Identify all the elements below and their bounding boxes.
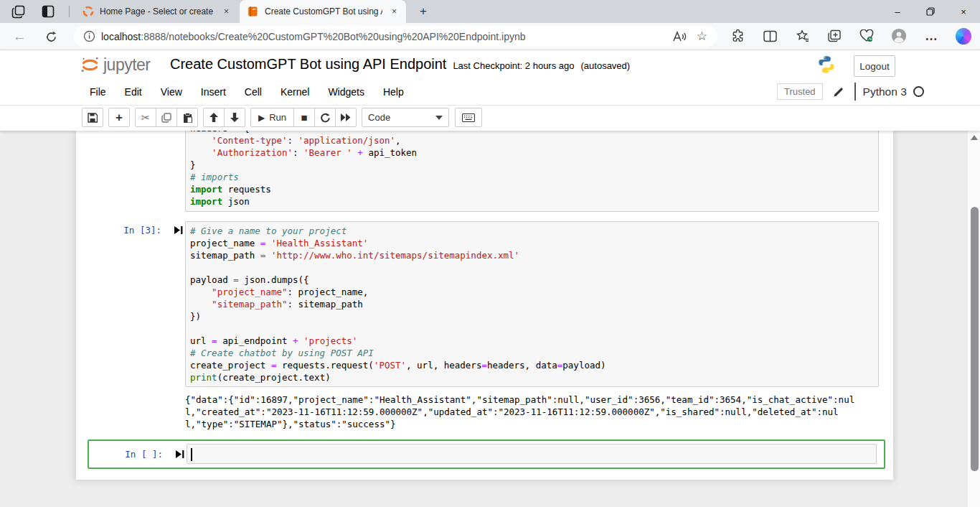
copilot-icon[interactable] [956,28,971,44]
cell-output-text: {"data":{"id":16897,"project_name":"Heal… [185,394,885,430]
collections-icon[interactable] [826,28,842,44]
kernel-idle-indicator [913,86,924,97]
url-host: localhost [101,31,141,42]
notebook-title[interactable]: Create CustomGPT Bot using API Endpoint [170,56,446,72]
chevron-down-icon [435,116,443,120]
jupyter-logo-icon [80,55,100,75]
cut-cell-button[interactable]: ✂ [135,108,156,127]
tab-close-button[interactable]: × [388,6,400,18]
save-button[interactable] [82,108,103,127]
menu-edit[interactable]: Edit [116,86,151,98]
input-prompt: In [3]: [76,225,161,236]
jupyter-wordmark: jupyter [103,55,151,75]
close-window-button[interactable]: × [947,0,980,23]
settings-more-icon[interactable]: … [923,28,939,44]
menu-bar: File Edit View Insert Cell Kernel Widget… [0,79,980,106]
menu-cell[interactable]: Cell [235,86,271,98]
kernel-name[interactable]: Python 3 [863,85,907,98]
restart-icon [320,113,330,123]
selected-empty-cell[interactable]: In [ ]: [88,439,885,469]
menu-view[interactable]: View [151,86,192,98]
tab-title: Create CustomGPT Bot using API [265,6,382,17]
jupyter-ring-icon [83,6,94,17]
copy-icon [161,113,171,123]
copilot-gradient [956,28,971,45]
kernel-separator [854,83,856,101]
paste-cell-button[interactable] [176,108,198,127]
refresh-icon [45,31,57,43]
back-button[interactable]: ← [10,28,29,45]
move-cell-down-button[interactable] [224,108,245,127]
scrollbar-up-arrow[interactable] [971,135,978,140]
address-bar[interactable]: localhost:8888/notebooks/Create%20Custom… [74,26,717,47]
refresh-button[interactable] [42,28,60,45]
notebook-book-icon [248,6,259,17]
split-screen-icon[interactable] [762,28,778,44]
tab-notebook-active[interactable]: Create CustomGPT Bot using API × [240,0,406,23]
url-path: :8888/notebooks/Create%20CustomGPT%20Bot… [141,31,525,42]
cell-type-value: Code [368,112,390,123]
tab-actions-button[interactable] [39,4,57,19]
scrollbar-thumb[interactable] [971,207,979,471]
run-button[interactable]: ▶ Run [250,108,294,127]
vertical-scrollbar[interactable] [967,131,980,507]
empty-code-input[interactable] [187,444,877,464]
python-logo-icon [816,55,837,75]
minimize-button[interactable]: – [881,0,914,23]
run-cell-marker-icon[interactable] [174,226,183,234]
profile-avatar[interactable] [891,28,907,44]
workspaces-icon [11,5,25,19]
edit-mode-pencil-icon [833,86,844,98]
browser-tab-strip: Home Page - Select or create a n × Creat… [0,0,980,23]
keyboard-icon [462,113,475,122]
insert-cell-button[interactable]: + [108,108,130,127]
tab-title: Home Page - Select or create a n [100,6,215,17]
logout-button[interactable]: Logout [854,55,895,77]
jupyter-logo[interactable]: jupyter [80,55,151,75]
site-info-icon[interactable] [83,30,95,42]
copy-cell-button[interactable] [156,108,177,127]
last-checkpoint: Last Checkpoint: 2 hours ago [453,60,574,71]
restart-kernel-button[interactable] [314,108,336,127]
input-prompt: In [ ]: [89,449,163,460]
menu-file[interactable]: File [80,86,116,98]
favorites-hub-icon[interactable] [794,28,810,44]
workspaces-button[interactable] [9,4,27,19]
notebook-container: headers = { 'Content-type': 'application… [76,131,893,480]
browser-action-icons: … [730,28,971,44]
fast-forward-icon [341,113,351,121]
tabstrip-separator [69,6,70,17]
notebook-title-row: Create CustomGPT Bot using API EndpointL… [170,56,630,73]
command-palette-button[interactable] [455,108,482,127]
save-icon [88,113,98,123]
notebook-scroll-area[interactable]: headers = { 'Content-type': 'application… [0,131,980,507]
cell-type-dropdown[interactable]: Code [362,108,449,127]
menu-help[interactable]: Help [374,86,413,98]
restore-button[interactable] [914,0,947,23]
window-controls: – × [881,0,980,23]
browser-essentials-icon[interactable] [859,28,875,44]
move-cell-up-button[interactable] [203,108,225,127]
interrupt-kernel-button[interactable]: ■ [293,108,315,127]
text-cursor [191,448,192,461]
tab-home-page[interactable]: Home Page - Select or create a n × [75,0,238,23]
read-aloud-icon[interactable] [673,31,687,42]
restore-icon [926,7,935,16]
menu-kernel[interactable]: Kernel [271,86,319,98]
autosaved-label: (autosaved) [581,60,631,71]
menu-insert[interactable]: Insert [192,86,235,98]
paste-icon [183,113,192,123]
favorite-star-icon[interactable]: ☆ [697,29,707,44]
restart-run-all-button[interactable] [335,108,357,127]
code-cell-input[interactable]: headers = { 'Content-type': 'application… [185,131,879,212]
tab-actions-menu-icon [42,5,55,18]
code-cell-input[interactable]: # Give a name to your projectproject_nam… [185,221,879,387]
menu-widgets[interactable]: Widgets [319,86,374,98]
url-text: localhost:8888/notebooks/Create%20Custom… [101,31,526,42]
arrow-down-icon [230,113,239,122]
run-play-icon: ▶ [258,113,265,123]
extensions-icon[interactable] [730,28,745,44]
tab-close-button[interactable]: × [220,6,232,18]
new-tab-button[interactable]: + [415,4,432,19]
run-cell-marker-icon[interactable] [176,450,184,458]
